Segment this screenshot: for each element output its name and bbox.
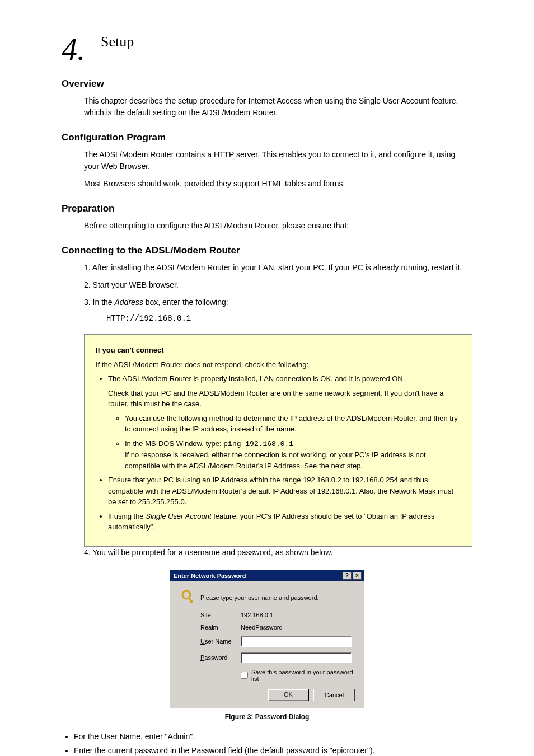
- section-number: 4.: [62, 34, 85, 65]
- page-title: Setup: [101, 34, 437, 50]
- figure-caption: Figure 3: Password Dialog: [62, 713, 472, 721]
- realm-value: NeedPassword: [241, 624, 283, 631]
- tip-bullet-2: Ensure that your PC is using an IP Addre…: [108, 475, 461, 508]
- step-3: 3. In the Address box, enter the followi…: [84, 297, 472, 308]
- ok-button[interactable]: OK: [268, 689, 309, 701]
- cancel-button[interactable]: Cancel: [313, 689, 355, 701]
- dialog-title-text: Enter Network Password: [174, 572, 341, 579]
- site-label: Site:: [200, 612, 241, 618]
- tip-sub-2: In the MS-DOS Window, type: ping 192.168…: [125, 438, 461, 472]
- overview-heading: Overview: [62, 78, 472, 90]
- save-password-label: Save this password in your password list: [251, 669, 356, 682]
- username-input[interactable]: [241, 636, 352, 647]
- dialog-instruction: Please type your user name and password.: [200, 594, 319, 601]
- credentials-list: For the User Name, enter "Admin". Enter …: [62, 731, 472, 757]
- url-example: HTTP://192.168.0.1: [106, 314, 472, 323]
- close-icon[interactable]: ×: [353, 572, 362, 580]
- preparation-heading: Preparation: [62, 203, 472, 214]
- step-2: 2. Start your WEB browser.: [84, 279, 472, 291]
- overview-paragraph: This chapter describes the setup procedu…: [84, 95, 472, 119]
- site-value: 192.168.0.1: [241, 612, 273, 618]
- list-item: Enter the current password in the Passwo…: [74, 745, 472, 757]
- save-password-checkbox[interactable]: [241, 672, 248, 679]
- dialog-titlebar: Enter Network Password ? ×: [170, 570, 364, 581]
- step-4: 4. You will be prompted for a username a…: [84, 547, 472, 558]
- tip-intro: If the ADSL/Modem Router does not respon…: [96, 359, 461, 370]
- password-label: Password: [200, 654, 241, 661]
- tip-bullet-3: If using the Single User Account feature…: [108, 511, 461, 533]
- key-icon: [178, 589, 200, 606]
- password-dialog: Enter Network Password ? × Please ty: [170, 570, 364, 708]
- tip-title: If you can't connect: [96, 345, 461, 356]
- config-paragraph-1: The ADSL/Modem Router contains a HTTP se…: [84, 149, 472, 172]
- connect-heading: Connecting to the ADSL/Modem Router: [62, 245, 472, 256]
- help-icon[interactable]: ?: [343, 572, 352, 580]
- tip-box: If you can't connect If the ADSL/Modem R…: [84, 334, 472, 547]
- tip-sub-1: You can use the following method to dete…: [125, 413, 461, 435]
- password-input[interactable]: [241, 652, 352, 663]
- username-label: User Name: [200, 638, 241, 645]
- list-item: For the User Name, enter "Admin".: [74, 731, 472, 743]
- config-paragraph-2: Most Browsers should work, provided they…: [84, 178, 472, 190]
- config-heading: Configuration Program: [62, 132, 472, 143]
- step-1: 1. After installing the ADSL/Modem Route…: [84, 262, 472, 274]
- preparation-paragraph: Before attempting to configure the ADSL/…: [84, 220, 472, 232]
- tip-bullet-1: The ADSL/Modem Router is properly instal…: [108, 373, 461, 471]
- realm-label: Realm: [200, 624, 241, 631]
